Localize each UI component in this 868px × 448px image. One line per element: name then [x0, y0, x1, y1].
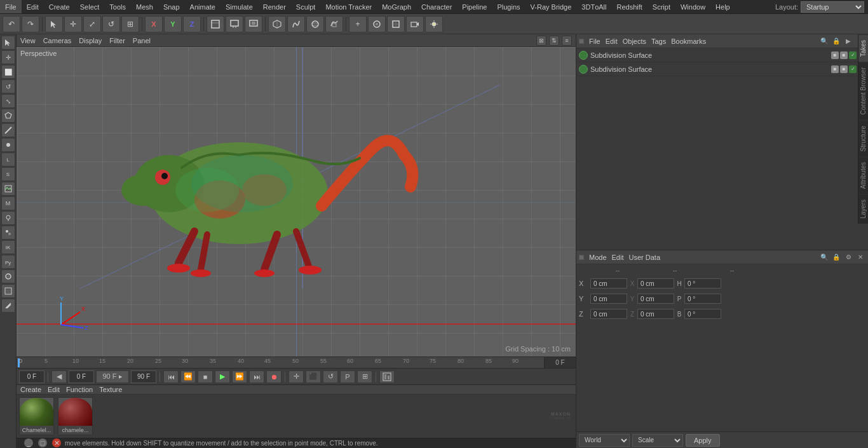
object-row-1[interactable]: Subdivision Surface ■ ■ ✓ ✕	[576, 48, 868, 62]
lt-select-button[interactable]	[1, 36, 15, 50]
undo-button[interactable]: ↶	[3, 16, 20, 32]
lt-edge-button[interactable]	[1, 123, 15, 137]
attr-close-icon[interactable]: ✕	[855, 252, 865, 262]
lt-scale-button[interactable]: ⤡	[1, 94, 15, 108]
lock-icon[interactable]: 🔒	[831, 36, 841, 46]
lt-polygon-button[interactable]	[1, 109, 15, 123]
coord-y-size-input[interactable]	[637, 294, 674, 304]
render-button[interactable]	[245, 16, 262, 32]
coord-y-rot-input[interactable]	[684, 294, 721, 304]
maximize-button[interactable]: □	[38, 438, 47, 447]
attr-lock-icon[interactable]: 🔒	[831, 252, 841, 262]
material-swatch-2[interactable]: chamele...	[58, 397, 93, 435]
scale-dropdown[interactable]: Scale	[632, 434, 683, 447]
viewport[interactable]: View Cameras Display Filter Panel ⊠ ⇅ ≡ …	[17, 34, 576, 356]
attr-menu-edit[interactable]: Edit	[612, 254, 624, 261]
lt-live-button[interactable]: L	[1, 153, 15, 166]
frame-decrement-button[interactable]: ◀	[51, 370, 67, 383]
axis-y-button[interactable]: Y	[164, 16, 182, 32]
coord-x-size-input[interactable]	[637, 278, 674, 288]
vp-menu-display[interactable]: Display	[79, 37, 102, 44]
obj-vis-render-2[interactable]: ■	[840, 65, 848, 73]
coord-y-pos-input[interactable]	[590, 294, 627, 304]
select-tool-button[interactable]	[45, 16, 63, 32]
step-back-button[interactable]: ⏪	[180, 370, 196, 383]
menu-plugins[interactable]: Plugins	[492, 0, 525, 13]
vp-maximize-button[interactable]: ⊠	[536, 36, 546, 46]
menu-mesh[interactable]: Mesh	[131, 0, 158, 13]
arrow-right-icon[interactable]: ▶	[843, 36, 853, 46]
lt-texture-button[interactable]	[1, 182, 15, 196]
spline-button[interactable]	[287, 16, 305, 32]
obj-menu-file[interactable]: File	[589, 37, 600, 45]
render-region-button[interactable]	[207, 16, 224, 32]
obj-menu-tags[interactable]: Tags	[651, 37, 666, 45]
mat-menu-function[interactable]: Function	[66, 386, 93, 393]
menu-vray[interactable]: V-Ray Bridge	[526, 0, 577, 13]
obj-check-2[interactable]: ✓	[849, 65, 857, 73]
coord-z-pos-input[interactable]	[590, 309, 627, 319]
redo-button[interactable]: ↷	[22, 16, 39, 32]
vp-settings-button[interactable]: ≡	[562, 36, 572, 46]
lt-weight-button[interactable]	[1, 226, 15, 240]
go-to-end-button[interactable]: ⏭	[249, 370, 264, 383]
menu-file[interactable]: File	[0, 0, 22, 13]
tab-structure[interactable]: Structure	[858, 120, 868, 157]
menu-create[interactable]: Create	[44, 0, 75, 13]
cube-button[interactable]	[268, 16, 286, 32]
obj-check-1[interactable]: ✓	[849, 51, 857, 59]
frame-end-button[interactable]: 90 F ▸	[96, 370, 129, 383]
obj-vis-editor-2[interactable]: ■	[831, 65, 839, 73]
menu-select[interactable]: Select	[75, 0, 105, 13]
render-preview-button[interactable]	[226, 16, 243, 32]
frame-start-input[interactable]	[19, 370, 44, 383]
rotate-mode-button[interactable]: ↺	[323, 370, 338, 383]
axis-x-button[interactable]: X	[145, 16, 163, 32]
obj-menu-bookmarks[interactable]: Bookmarks	[671, 37, 706, 45]
lt-paint-button[interactable]	[1, 211, 15, 225]
timeline-view-button[interactable]	[379, 370, 395, 383]
coord-z-rot-input[interactable]	[684, 309, 721, 319]
vp-sync-button[interactable]: ⇅	[549, 36, 559, 46]
attr-menu-mode[interactable]: Mode	[589, 254, 607, 261]
go-to-start-button[interactable]: ⏮	[163, 370, 179, 383]
menu-window[interactable]: Window	[675, 0, 710, 13]
record-button[interactable]: ⏺	[266, 370, 281, 383]
menu-render[interactable]: Render	[258, 0, 291, 13]
pivot-button[interactable]: P	[340, 370, 355, 383]
add-button[interactable]: +	[349, 16, 367, 32]
tab-layers[interactable]: Layers	[858, 194, 868, 224]
close-button[interactable]: ✕	[52, 438, 61, 447]
tab-takes[interactable]: Takes	[858, 34, 868, 62]
timeline-marks[interactable]: 0 5 10 15 20 25 30 35 40 45 50 55 60 65 …	[17, 357, 544, 368]
lt-point-button[interactable]	[1, 138, 15, 152]
viewport-canvas[interactable]: Perspective X Y Z	[17, 47, 576, 356]
obj-vis-editor-1[interactable]: ■	[831, 51, 839, 59]
lt-box-button[interactable]: ⬜	[1, 65, 15, 79]
nurbs-button[interactable]	[306, 16, 324, 32]
obj-menu-objects[interactable]: Objects	[623, 37, 646, 45]
search-icon[interactable]: 🔍	[819, 36, 829, 46]
menu-snap[interactable]: Snap	[158, 0, 185, 13]
lt-brush-button[interactable]	[1, 269, 15, 283]
menu-script[interactable]: Script	[648, 0, 675, 13]
menu-mograph[interactable]: MoGraph	[377, 0, 416, 13]
vp-menu-view[interactable]: View	[20, 37, 36, 44]
rotate-tool-button[interactable]: ↺	[102, 16, 120, 32]
play-button[interactable]: ▶	[215, 370, 230, 383]
material-swatch-1[interactable]: Chamelel...	[19, 397, 54, 435]
mat-menu-create[interactable]: Create	[20, 386, 41, 393]
scale-tool-button[interactable]: ⤢	[83, 16, 101, 32]
stop-button[interactable]: ■	[198, 370, 213, 383]
world-dropdown[interactable]: World	[579, 434, 630, 447]
lt-snap-button[interactable]: S	[1, 167, 15, 181]
menu-redshift[interactable]: Redshift	[611, 0, 647, 13]
coord-x-rot-input[interactable]	[684, 278, 721, 288]
current-frame-input[interactable]	[69, 370, 94, 383]
camera-button[interactable]	[406, 16, 424, 32]
vp-menu-cameras[interactable]: Cameras	[43, 37, 72, 44]
menu-pipeline[interactable]: Pipeline	[457, 0, 492, 13]
layout-dropdown[interactable]: Startup	[801, 1, 864, 13]
translate-button[interactable]: ✛	[288, 370, 304, 383]
menu-sculpt[interactable]: Sculpt	[291, 0, 321, 13]
